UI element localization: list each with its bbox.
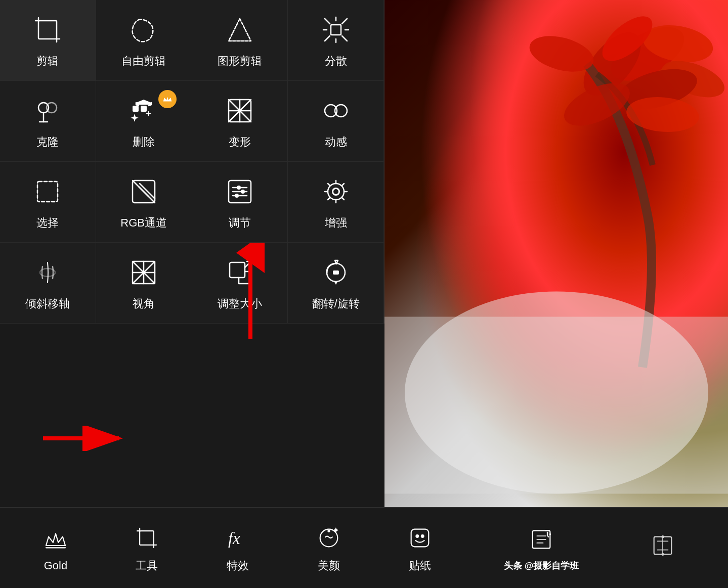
tool-transform[interactable]: 变形 [192,81,288,162]
svg-point-68 [595,8,660,69]
tool-perspective-label: 视角 [133,296,155,311]
svg-point-47 [333,189,338,194]
tool-tilt-shift[interactable]: 倾斜移轴 [0,243,96,324]
toolbar-headline-label: 头条 @摄影自学班 [504,560,579,572]
toolbar-headline[interactable]: 头条 @摄影自学班 [465,518,617,578]
tool-resize[interactable]: 调整大小 [192,243,288,324]
toolbar-tools-label: 工具 [136,558,158,573]
svg-rect-0 [38,21,57,39]
svg-point-34 [237,186,241,190]
svg-text:fx: fx [228,529,240,548]
sticker-icon [405,523,435,553]
resize-icon [222,255,258,290]
transform-icon [222,93,258,128]
tool-select-label: 选择 [36,215,59,231]
svg-line-44 [342,184,344,186]
toolbar-effects[interactable]: fx 特效 [192,518,283,578]
tool-enhance[interactable]: 增强 [288,162,384,243]
tool-adjust[interactable]: 调节 [192,162,288,243]
svg-point-70 [558,74,636,134]
svg-rect-18 [141,106,147,112]
tool-delete-label: 删除 [133,134,155,150]
bottom-toolbar: Gold 工具 fx 特效 [0,507,728,588]
svg-point-82 [327,529,330,532]
tool-flip-rotate[interactable]: 翻转/旋转 [288,243,384,324]
svg-point-66 [657,54,728,105]
select-icon [30,174,65,209]
svg-point-35 [241,190,245,194]
perspective-icon [126,255,161,290]
tool-rgb-label: RGB通道 [120,215,167,231]
toolbar-stickers-label: 贴纸 [409,558,431,573]
tool-free-crop-label: 自由剪辑 [121,54,166,69]
svg-point-97 [661,553,664,555]
tool-transform-label: 变形 [229,134,251,150]
svg-point-36 [235,194,239,198]
svg-rect-72 [384,317,728,494]
tool-free-crop[interactable]: 自由剪辑 [96,0,192,81]
svg-point-69 [526,30,597,78]
svg-point-71 [625,94,700,134]
tools-icon [132,523,162,553]
tool-select[interactable]: 选择 [0,162,96,243]
tool-crop[interactable]: 剪辑 [0,0,96,81]
toolbar-gold-label: Gold [44,559,67,572]
svg-point-92 [549,533,551,534]
toolbar-gold[interactable]: Gold [10,518,101,578]
clone-icon [30,93,65,128]
tool-tilt-shift-label: 倾斜移轴 [25,296,70,311]
crop-icon [30,12,65,48]
enhance-icon [318,174,354,209]
tool-flip-rotate-label: 翻转/旋转 [312,296,360,311]
headline-icon [526,524,556,555]
tool-scatter[interactable]: 分散 [288,0,384,81]
svg-point-96 [661,535,664,538]
photo-panel [384,0,728,507]
tool-crop-label: 剪辑 [36,54,59,69]
rgb-icon [126,174,161,209]
svg-point-73 [405,292,708,494]
tool-rgb[interactable]: RGB通道 [96,162,192,243]
svg-rect-54 [230,262,245,278]
gold-icon [40,524,71,554]
tool-clone-label: 克隆 [36,134,59,150]
toolbar-beauty-label: 美颜 [318,558,340,573]
tool-motion[interactable]: 动感 [288,81,384,162]
tool-shape-crop[interactable]: 图形剪辑 [192,0,288,81]
arrow-right [38,426,129,451]
svg-rect-75 [140,531,154,545]
svg-point-84 [415,534,419,538]
svg-marker-14 [136,100,151,105]
svg-rect-83 [411,529,429,547]
leaf-decoration [384,0,728,507]
shape-crop-icon [222,12,258,48]
svg-point-67 [614,62,702,117]
svg-rect-5 [331,25,341,35]
tool-resize-label: 调整大小 [218,296,262,311]
svg-line-43 [342,198,344,200]
svg-point-65 [573,23,652,106]
tool-scatter-label: 分散 [325,54,347,69]
tool-delete[interactable]: 删除 [96,81,192,162]
svg-point-93 [548,536,549,537]
svg-line-45 [328,198,330,200]
svg-point-63 [603,16,693,92]
tool-clone[interactable]: 克隆 [0,81,96,162]
tool-adjust-label: 调节 [229,215,251,231]
toolbar-extra[interactable] [617,518,708,578]
scatter-icon [318,12,354,48]
delete-icon [126,93,161,128]
extra-icon [648,530,678,561]
photo-background [384,0,728,507]
adjust-icon [222,174,258,209]
toolbar-tools[interactable]: 工具 [101,518,192,578]
toolbar-stickers[interactable]: 贴纸 [374,518,465,578]
flip-rotate-icon [318,255,354,290]
svg-rect-26 [37,182,58,202]
tilt-shift-icon [30,255,65,290]
toolbar-effects-label: 特效 [227,558,249,573]
toolbar-beauty[interactable]: 美颜 [283,518,374,578]
tool-shape-crop-label: 图形剪辑 [218,54,262,69]
tool-perspective[interactable]: 视角 [96,243,192,324]
fx-icon: fx [223,523,253,553]
